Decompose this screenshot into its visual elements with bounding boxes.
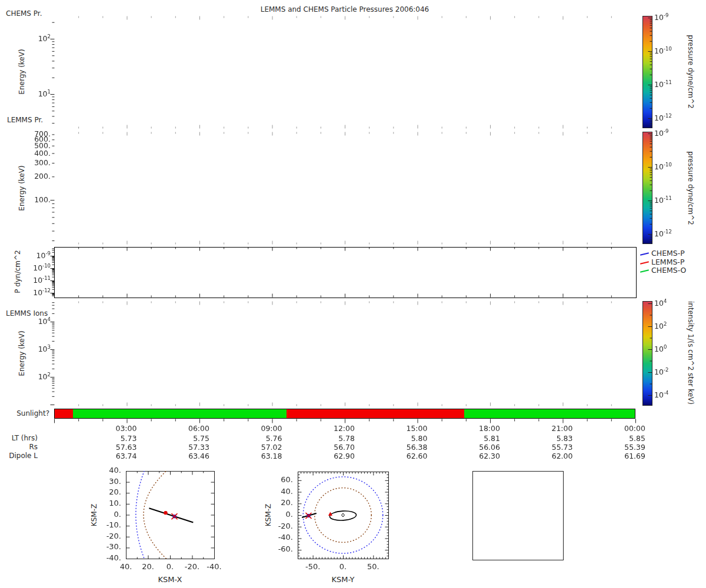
- dipole-value: 62.00: [537, 452, 573, 460]
- cb2-tick: 10-9: [654, 128, 668, 138]
- orbit-xtick: -40.: [207, 562, 221, 571]
- p2-ytick: 200.: [25, 172, 51, 181]
- mimi-summary-page: { "title": "LEMMS and CHEMS Particle Pre…: [0, 0, 706, 588]
- dipole-value: 63.18: [246, 452, 282, 460]
- cb1-tick: 10-12: [654, 113, 672, 122]
- orbit-ytick: 0.: [98, 510, 121, 519]
- orbit-ytick: -20.: [269, 522, 293, 530]
- rs-value: 56.06: [464, 443, 500, 452]
- p2-ytick: 300.: [25, 158, 51, 167]
- rs-value: 55.39: [609, 443, 645, 452]
- lt-value: 5.78: [318, 434, 355, 443]
- time-tick-label: 18:00: [464, 424, 500, 433]
- orbit-ytick: 40.: [269, 487, 293, 496]
- orbit-xtick: 0.: [339, 562, 347, 571]
- rs-value: 56.38: [391, 443, 428, 452]
- p3-ytick: 10-9: [24, 250, 51, 260]
- cb3-tick: 10-2: [654, 367, 668, 376]
- time-tick-label: 09:00: [246, 424, 282, 433]
- lt-value: 5.73: [101, 434, 137, 443]
- lt-value: 5.85: [609, 434, 645, 443]
- cb1-tick: 10-9: [654, 12, 668, 22]
- p3-ytick: 10-12: [24, 288, 51, 297]
- cb3-tick: 10-4: [654, 390, 668, 399]
- p4-ytick: 104: [27, 316, 51, 326]
- cb2-tick: 10-10: [654, 162, 672, 171]
- dipole-value: 61.69: [609, 452, 645, 460]
- cb2-tick: 10-11: [654, 195, 672, 205]
- orbit-ytick: 60.: [269, 475, 293, 484]
- cb2-tick: 10-12: [654, 229, 672, 238]
- lt-value: 5.81: [464, 434, 500, 443]
- orbit-ytick: 20.: [269, 498, 293, 507]
- orbit-ytick: -40.: [269, 533, 293, 542]
- time-tick-label: 21:00: [537, 424, 573, 433]
- lt-value: 5.80: [391, 434, 428, 443]
- orbit-ytick: -30.: [98, 542, 121, 551]
- rs-value: 55.73: [537, 443, 573, 452]
- cb1-tick: 10-11: [654, 79, 672, 89]
- p3-ytick: 10-11: [24, 275, 51, 285]
- time-tick-label: 00:00: [609, 424, 645, 433]
- p3-ytick: 10-10: [24, 263, 51, 272]
- lt-value: 5.76: [246, 434, 282, 443]
- orbit-xtick: -20.: [185, 562, 199, 571]
- p1-ytick: 101: [27, 89, 51, 98]
- lt-value: 5.83: [537, 434, 573, 443]
- time-tick-label: 03:00: [101, 424, 137, 433]
- p4-ytick: 102: [27, 372, 51, 381]
- time-tick-label: 06:00: [173, 424, 209, 433]
- orbit-ytick: -20.: [98, 532, 121, 540]
- dipole-value: 62.60: [391, 452, 428, 460]
- cb3-tick: 100: [654, 344, 667, 353]
- p2-ytick: 400.: [25, 149, 51, 158]
- pressure-line-plot: [54, 247, 637, 298]
- orbit-ytick: 30.: [98, 477, 121, 486]
- lemms-pressure-spectrogram: [54, 132, 635, 244]
- p2-ytick: 100.: [25, 195, 51, 204]
- orbit-ytick: 0.: [269, 510, 293, 519]
- cb3-tick: 104: [654, 298, 667, 308]
- cb3-tick: 102: [654, 321, 667, 330]
- orbit-xtick: -50.: [305, 562, 320, 571]
- orbit-ytick: 10.: [98, 499, 121, 507]
- orbit-ytick: -60.: [269, 544, 293, 553]
- lt-value: 5.75: [173, 434, 209, 443]
- time-tick-label: 12:00: [318, 424, 355, 433]
- chems-pressure-spectrogram: [54, 16, 635, 128]
- dipole-value: 63.46: [173, 452, 209, 460]
- orbit-xtick: 20.: [142, 562, 154, 571]
- rs-value: 56.70: [318, 443, 355, 452]
- dipole-value: 62.30: [464, 452, 500, 460]
- orbit-ytick: -40.: [98, 553, 121, 562]
- p4-ytick: 103: [27, 344, 51, 353]
- orbit-ytick: -10.: [98, 520, 121, 529]
- rs-value: 57.33: [173, 443, 209, 452]
- orbit-xtick: 40.: [120, 562, 132, 571]
- rs-value: 57.63: [101, 443, 137, 452]
- orbit-ytick: 20.: [98, 487, 121, 496]
- cb1-tick: 10-10: [654, 46, 672, 55]
- time-tick-label: 15:00: [391, 424, 428, 433]
- dipole-value: 62.90: [318, 452, 355, 460]
- lemms-ions-spectrogram: [54, 301, 635, 406]
- dipole-value: 63.74: [101, 452, 137, 460]
- orbit-ytick: 40.: [98, 466, 121, 475]
- rs-value: 57.02: [246, 443, 282, 452]
- orbit-xtick: 50.: [367, 562, 379, 571]
- p1-ytick: 102: [27, 34, 51, 43]
- orbit-xtick: 0.: [166, 562, 174, 571]
